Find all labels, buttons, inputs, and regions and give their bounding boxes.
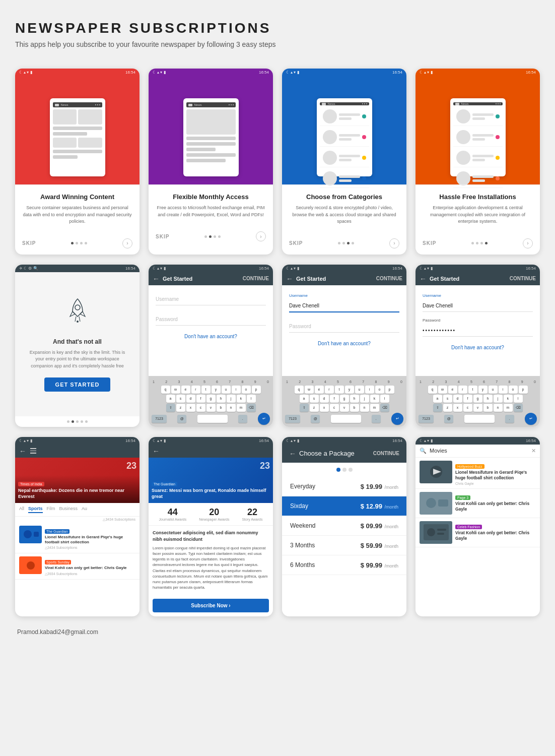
kb-key[interactable]: d <box>186 395 195 403</box>
back-icon-package[interactable]: ← <box>289 450 296 458</box>
kb-space[interactable] <box>464 415 495 423</box>
kb-key[interactable]: a <box>166 395 175 403</box>
kb-key[interactable]: z <box>310 404 319 412</box>
skip-btn-1[interactable]: SKIP <box>22 240 36 246</box>
kb-key[interactable]: e <box>315 386 324 394</box>
kb-key[interactable]: o <box>509 386 518 394</box>
kb-key[interactable]: q <box>428 386 437 394</box>
back-icon-guardian[interactable]: ← <box>153 447 160 455</box>
kb-key[interactable]: m <box>237 404 246 412</box>
kb-key[interactable]: v <box>206 404 216 412</box>
kb-key[interactable]: x <box>453 404 462 412</box>
package-everyday[interactable]: Everyday $ 19.99 /month <box>282 477 406 496</box>
kb-key[interactable]: i <box>232 386 241 394</box>
kb-at[interactable]: @ <box>311 415 320 423</box>
kb-enter[interactable]: ↵ <box>525 413 537 425</box>
kb-numbers-toggle[interactable]: 7123 <box>285 415 300 423</box>
kb-key[interactable]: r <box>458 386 467 394</box>
kb-key[interactable]: c <box>330 404 339 412</box>
kb-key[interactable]: l <box>514 395 523 403</box>
kb-key[interactable]: r <box>325 386 334 394</box>
tab-business[interactable]: Business <box>59 506 78 513</box>
username-value-2[interactable]: Dave Chenell <box>289 300 399 312</box>
kb-key[interactable]: a <box>300 395 309 403</box>
kb-key[interactable]: m <box>370 404 379 412</box>
tab-sports[interactable]: Sports <box>28 506 43 513</box>
kb-dot[interactable]: . <box>238 415 247 423</box>
kb-key[interactable]: h <box>483 395 493 403</box>
kb-key[interactable]: n <box>360 404 369 412</box>
skip-btn-4[interactable]: SKIP <box>423 240 436 246</box>
kb-key[interactable]: s <box>310 395 319 403</box>
kb-enter[interactable]: ↵ <box>258 413 270 425</box>
kb-space[interactable] <box>331 415 361 423</box>
kb-key[interactable]: j <box>360 395 369 403</box>
kb-key[interactable]: j <box>494 395 503 403</box>
kb-delete[interactable]: ⌫ <box>247 404 256 412</box>
kb-key[interactable]: q <box>161 386 170 394</box>
kb-key[interactable]: u <box>355 386 364 394</box>
kb-delete[interactable]: ⌫ <box>514 404 523 412</box>
kb-key[interactable]: b <box>217 404 226 412</box>
password-value-3[interactable]: •••••••••••• <box>423 325 533 337</box>
kb-key[interactable]: q <box>295 386 304 394</box>
kb-key[interactable]: k <box>237 395 246 403</box>
kb-key[interactable]: g <box>206 395 216 403</box>
package-6months[interactable]: 6 Months $ 99.99 /month <box>282 555 406 575</box>
kb-shift[interactable]: ⇧ <box>166 404 175 412</box>
kb-dot[interactable]: . <box>372 415 381 423</box>
kb-key[interactable]: d <box>453 395 462 403</box>
continue-btn-1[interactable]: CONTINUE <box>243 276 269 281</box>
kb-key[interactable]: z <box>176 404 185 412</box>
arrow-btn-4[interactable]: › <box>523 238 533 248</box>
kb-key[interactable]: o <box>242 386 251 394</box>
kb-delete[interactable]: ⌫ <box>380 404 389 412</box>
tab-film[interactable]: Film <box>47 506 55 513</box>
kb-key[interactable]: o <box>375 386 384 394</box>
search-input[interactable]: Movies <box>430 448 528 454</box>
continue-package[interactable]: CONTINUE <box>373 451 399 456</box>
back-icon-news[interactable]: ← <box>19 447 26 455</box>
tab-au[interactable]: Au <box>82 506 87 513</box>
search-clear-icon[interactable]: ✕ <box>531 448 536 454</box>
skip-btn-3[interactable]: SKIP <box>289 240 303 246</box>
kb-key[interactable]: n <box>494 404 503 412</box>
arrow-btn-2[interactable]: › <box>256 231 266 241</box>
username-value-3[interactable]: Dave Chenell <box>423 300 533 312</box>
kb-key[interactable]: v <box>340 404 349 412</box>
kb-key[interactable]: p <box>385 386 394 394</box>
kb-numbers-toggle[interactable]: 7123 <box>419 415 434 423</box>
package-sixday[interactable]: Sixday $ 12.99 /month <box>282 496 406 516</box>
kb-key[interactable]: j <box>227 395 236 403</box>
kb-key[interactable]: b <box>483 404 493 412</box>
kb-key[interactable]: k <box>504 395 513 403</box>
subscribe-btn[interactable]: Subscribe Now › <box>153 599 269 612</box>
kb-key[interactable]: b <box>350 404 359 412</box>
kb-key[interactable]: n <box>227 404 236 412</box>
kb-key[interactable]: u <box>489 386 498 394</box>
kb-key[interactable]: s <box>176 395 185 403</box>
kb-key[interactable]: v <box>473 404 482 412</box>
kb-key[interactable]: w <box>305 386 314 394</box>
kb-key[interactable]: z <box>443 404 452 412</box>
no-account-link-3[interactable]: Don't have an account? <box>423 345 533 350</box>
continue-btn-2[interactable]: CONTINUE <box>376 276 402 281</box>
kb-key[interactable]: e <box>448 386 457 394</box>
kb-key[interactable]: g <box>340 395 349 403</box>
kb-shift[interactable]: ⇧ <box>433 404 442 412</box>
arrow-btn-1[interactable]: › <box>122 238 132 248</box>
kb-key[interactable]: i <box>499 386 508 394</box>
kb-key[interactable]: h <box>350 395 359 403</box>
kb-key[interactable]: c <box>196 404 205 412</box>
kb-key[interactable]: c <box>463 404 472 412</box>
kb-key[interactable]: p <box>252 386 261 394</box>
kb-key[interactable]: t <box>468 386 477 394</box>
arrow-btn-3[interactable]: › <box>389 238 399 248</box>
back-icon-3[interactable]: ← <box>420 275 427 283</box>
kb-key[interactable]: s <box>443 395 452 403</box>
kb-key[interactable]: t <box>201 386 211 394</box>
package-3months[interactable]: 3 Months $ 59.99 /month <box>282 536 406 555</box>
kb-key[interactable]: r <box>191 386 200 394</box>
kb-key[interactable]: w <box>171 386 180 394</box>
kb-enter[interactable]: ↵ <box>391 413 403 425</box>
